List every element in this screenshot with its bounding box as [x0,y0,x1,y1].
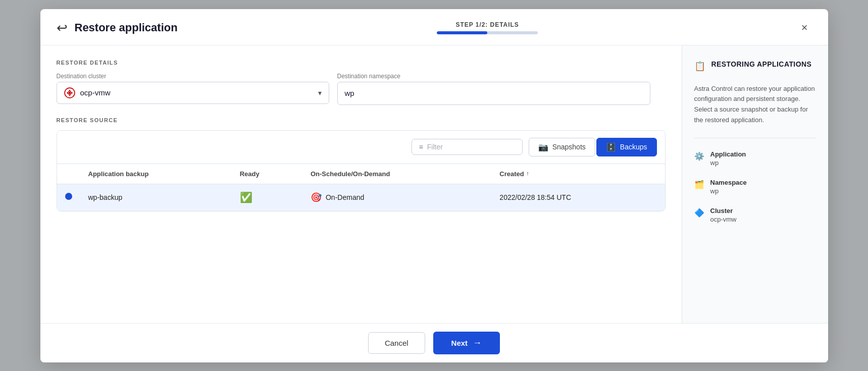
radio-selected-icon [65,193,72,200]
target-icon: 🎯 [311,192,322,203]
next-button-label: Next [451,339,468,347]
svg-point-2 [67,92,68,93]
svg-point-5 [69,94,70,96]
application-label: Application [710,150,746,158]
row-name-cell: wp-backup [80,184,232,210]
destination-namespace-value: wp [345,89,354,97]
backups-icon: 🗄️ [606,142,616,152]
namespace-icon: 🗂️ [694,180,704,189]
sidebar-header: 📋 RESTORING APPLICATIONS [694,60,816,72]
main-content: RESTORE DETAILS Destination cluster [40,45,682,323]
restore-source-label: RESTORE SOURCE [57,117,666,123]
filter-placeholder: Filter [427,143,443,151]
modal-header: ↩ Restore application STEP 1/2: DETAILS … [40,9,828,45]
destination-namespace-label: Destination namespace [337,73,650,80]
th-created: Created ↑ [491,164,665,184]
on-demand-label: On-Demand [326,193,364,201]
backups-tab[interactable]: 🗄️ Backups [596,138,657,156]
cancel-button[interactable]: Cancel [368,332,425,354]
svg-point-3 [71,92,73,93]
next-arrow-icon: → [473,338,482,348]
next-button[interactable]: Next → [433,332,500,354]
chevron-down-icon: ▾ [318,89,322,97]
cluster-icon: 🔷 [694,208,704,218]
sidebar-cluster-item: 🔷 Cluster ocp-vmw [694,207,816,223]
restore-details-row: Destination cluster [57,73,666,105]
sidebar-application-item: ⚙️ Application wp [694,150,816,167]
destination-cluster-select[interactable]: ocp-vmw ▾ [57,82,329,104]
header-left: ↩ Restore application [57,20,178,36]
namespace-details: Namespace wp [710,179,747,195]
svg-point-1 [68,91,70,93]
row-ready-cell: ✅ [232,184,302,210]
source-table-container: ≡ Filter 📷 Snapshots 🗄️ Backu [57,130,666,211]
th-on-schedule: On-Schedule/On-Demand [302,164,491,184]
ocp-logo-icon [64,87,75,98]
th-select [57,164,80,184]
backup-name: wp-backup [88,193,123,201]
namespace-label: Namespace [710,179,747,186]
restore-details-label: RESTORE DETAILS [57,60,666,66]
destination-cluster-label: Destination cluster [57,73,329,80]
select-field-inner: ocp-vmw [64,87,111,98]
step-label: STEP 1/2: DETAILS [456,21,519,28]
sidebar-title: RESTORING APPLICATIONS [711,60,812,69]
sidebar-namespace-item: 🗂️ Namespace wp [694,179,816,195]
backups-table: Application backup Ready On-Schedule/On-… [57,164,665,211]
tab-group: 📷 Snapshots 🗄️ Backups [529,138,657,156]
application-value: wp [710,159,746,167]
restore-modal: ↩ Restore application STEP 1/2: DETAILS … [40,9,828,362]
cluster-details: Cluster ocp-vmw [710,207,737,223]
close-button[interactable]: × [797,20,812,35]
application-icon: ⚙️ [694,151,704,161]
filter-icon: ≡ [419,143,423,151]
restore-source-section: RESTORE SOURCE ≡ Filter 📷 Snaps [57,117,666,309]
row-created-cell: 2022/02/28 18:54 UTC [491,184,665,210]
created-date: 2022/02/28 18:54 UTC [499,193,571,201]
cluster-label: Cluster [710,207,737,215]
th-ready: Ready [232,164,302,184]
application-details: Application wp [710,150,746,167]
camera-icon: 📷 [538,142,548,152]
namespace-value: wp [710,187,747,195]
snapshots-tab[interactable]: 📷 Snapshots [529,138,595,156]
table-header-row: Application backup Ready On-Schedule/On-… [57,164,665,184]
destination-cluster-field: Destination cluster [57,73,329,105]
table-row[interactable]: wp-backup ✅ 🎯 On-Demand [57,184,665,210]
table-toolbar: ≡ Filter 📷 Snapshots 🗄️ Backu [57,131,665,164]
destination-namespace-field: Destination namespace wp [337,73,650,105]
row-radio-cell [57,184,80,210]
step-bar-fill [437,31,487,34]
snapshots-tab-label: Snapshots [552,143,586,151]
cluster-value: ocp-vmw [710,216,737,223]
filter-input[interactable]: ≡ Filter [412,139,523,155]
destination-cluster-value: ocp-vmw [80,88,111,97]
restore-icon: ↩ [57,20,68,36]
ready-check-icon: ✅ [240,192,252,203]
sort-up-icon: ↑ [526,170,529,177]
sidebar-description: Astra Control can restore your applicati… [694,84,816,126]
modal-footer: Cancel Next → [40,323,828,362]
modal-body: RESTORE DETAILS Destination cluster [40,45,828,323]
row-on-demand-cell: 🎯 On-Demand [302,184,491,210]
th-application-backup: Application backup [80,164,232,184]
modal-overlay: ↩ Restore application STEP 1/2: DETAILS … [0,0,868,371]
step-progress-bar [437,31,538,34]
sidebar-header-icon: 📋 [694,61,705,72]
restore-details-section: RESTORE DETAILS Destination cluster [57,60,666,105]
sidebar: 📋 RESTORING APPLICATIONS Astra Control c… [682,45,828,323]
svg-point-4 [69,90,70,91]
modal-title: Restore application [75,21,178,34]
step-indicator: STEP 1/2: DETAILS [437,21,538,34]
destination-namespace-input[interactable]: wp [337,82,650,105]
sidebar-divider [694,138,816,138]
backups-tab-label: Backups [620,143,647,151]
